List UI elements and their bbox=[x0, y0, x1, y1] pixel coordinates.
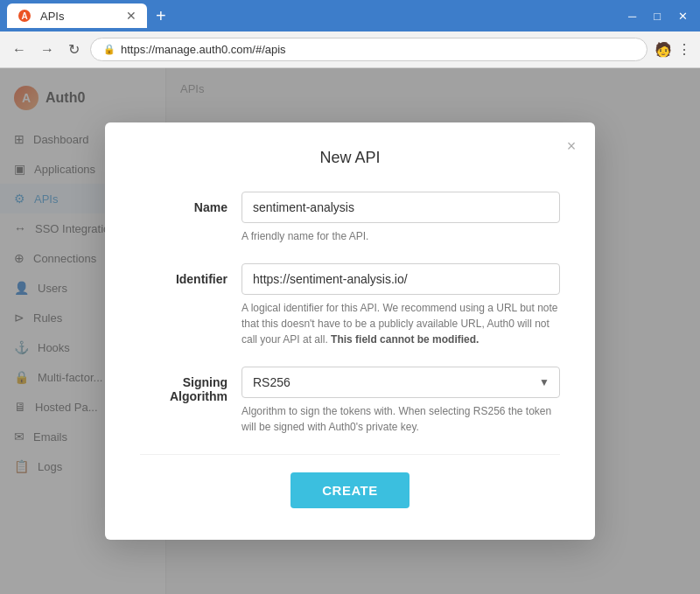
signing-field-wrap: RS256 HS256 ▼ Algorithm to sign the toke… bbox=[242, 367, 560, 435]
toolbar-icons: 🧑 ⋮ bbox=[654, 41, 691, 58]
browser-frame: A APIs ✕ + ─ □ ✕ ← → ↻ 🔒 https://manage.… bbox=[0, 0, 700, 594]
modal-title: New API bbox=[140, 149, 560, 167]
modal-divider bbox=[140, 454, 560, 455]
tab-close-button[interactable]: ✕ bbox=[126, 9, 136, 23]
identifier-label: Identifier bbox=[140, 263, 228, 286]
maximize-button[interactable]: □ bbox=[648, 8, 666, 24]
signing-hint: Algorithm to sign the tokens with. When … bbox=[242, 403, 560, 435]
new-tab-button[interactable]: + bbox=[150, 6, 172, 26]
browser-titlebar: A APIs ✕ + ─ □ ✕ bbox=[0, 0, 700, 31]
signing-label: SigningAlgorithm bbox=[140, 367, 228, 403]
back-button[interactable]: ← bbox=[9, 38, 30, 61]
modal-footer: CREATE bbox=[140, 472, 560, 508]
browser-toolbar: ← → ↻ 🔒 https://manage.auth0.com/#/apis … bbox=[0, 31, 700, 68]
browser-tab[interactable]: A APIs ✕ bbox=[7, 3, 147, 28]
modal-overlay: × New API Name A friendly name for the A… bbox=[0, 68, 700, 594]
identifier-form-row: Identifier A logical identifier for this… bbox=[140, 263, 560, 347]
name-hint: A friendly name for the API. bbox=[242, 228, 560, 244]
menu-button[interactable]: ⋮ bbox=[677, 41, 691, 58]
minimize-button[interactable]: ─ bbox=[623, 8, 641, 24]
url-text: https://manage.auth0.com/#/apis bbox=[121, 43, 286, 56]
window-controls: ─ □ ✕ bbox=[623, 8, 693, 24]
signing-form-row: SigningAlgorithm RS256 HS256 ▼ Algorithm… bbox=[140, 367, 560, 435]
signing-algorithm-select[interactable]: RS256 HS256 bbox=[242, 367, 560, 398]
new-api-modal: × New API Name A friendly name for the A… bbox=[105, 122, 595, 540]
signing-select-wrap: RS256 HS256 ▼ bbox=[242, 367, 560, 398]
forward-button[interactable]: → bbox=[37, 38, 58, 61]
svg-text:A: A bbox=[21, 11, 27, 21]
identifier-hint: A logical identifier for this API. We re… bbox=[242, 300, 560, 347]
modal-close-button[interactable]: × bbox=[560, 135, 583, 157]
page-content: A Auth0 ⊞ Dashboard ▣ Applications ⚙ API… bbox=[0, 68, 700, 594]
identifier-field-wrap: A logical identifier for this API. We re… bbox=[242, 263, 560, 347]
create-button[interactable]: CREATE bbox=[290, 472, 410, 508]
name-field-wrap: A friendly name for the API. bbox=[242, 192, 560, 244]
user-icon-button[interactable]: 🧑 bbox=[654, 41, 672, 58]
address-bar[interactable]: 🔒 https://manage.auth0.com/#/apis bbox=[90, 38, 648, 61]
refresh-button[interactable]: ↻ bbox=[65, 38, 83, 61]
identifier-input[interactable] bbox=[242, 263, 560, 295]
close-window-button[interactable]: ✕ bbox=[673, 8, 693, 24]
name-label: Name bbox=[140, 192, 228, 214]
browser-favicon: A bbox=[18, 9, 32, 23]
name-form-row: Name A friendly name for the API. bbox=[140, 192, 560, 244]
tab-title: APIs bbox=[40, 10, 64, 23]
lock-icon: 🔒 bbox=[103, 44, 116, 55]
name-input[interactable] bbox=[242, 192, 560, 223]
